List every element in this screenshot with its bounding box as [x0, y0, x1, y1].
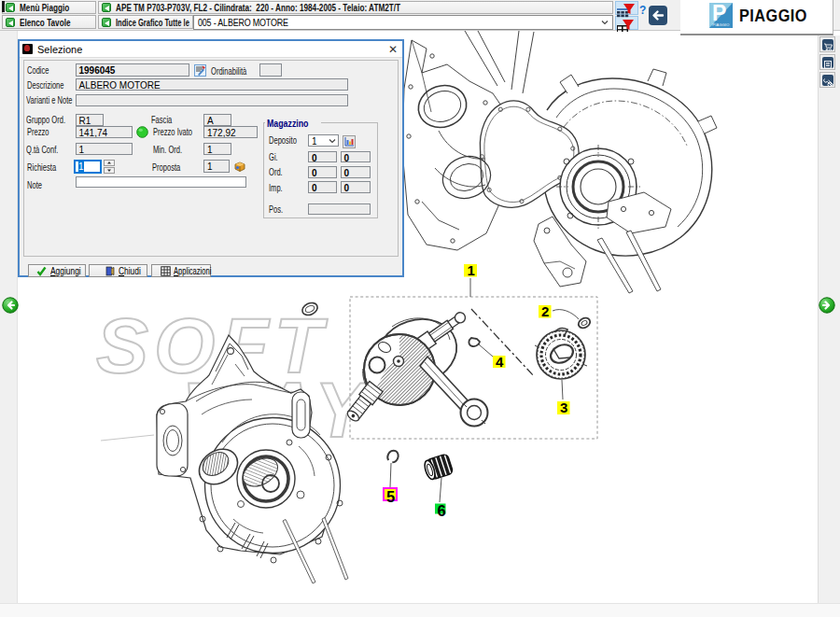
- svg-text:6: 6: [438, 502, 446, 519]
- svg-text:3: 3: [560, 400, 567, 415]
- svg-text:2: 2: [541, 303, 549, 319]
- svg-text:1: 1: [468, 262, 475, 278]
- svg-text:5: 5: [386, 488, 395, 505]
- svg-text:4: 4: [496, 354, 504, 370]
